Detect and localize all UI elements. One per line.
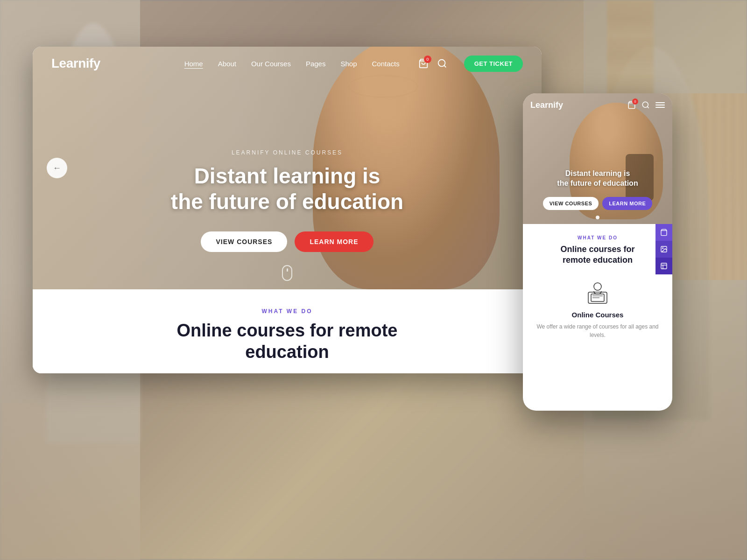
get-ticket-button[interactable]: GET TICKET xyxy=(464,56,523,72)
svg-point-4 xyxy=(642,102,648,108)
desktop-hero: Learnify Home About Our Courses Pages Sh… xyxy=(33,47,542,289)
what-we-do-label: WHAT WE DO xyxy=(51,308,523,315)
hamburger-line-1 xyxy=(655,102,665,103)
mobile-cart-button[interactable]: 0 xyxy=(627,101,636,110)
svg-point-1 xyxy=(438,60,445,67)
mobile-search-icon xyxy=(641,101,650,109)
desktop-navbar: Learnify Home About Our Courses Pages Sh… xyxy=(33,47,542,80)
nav-link-pages[interactable]: Pages xyxy=(306,60,326,68)
mobile-view-courses-button[interactable]: VIEW COURSES xyxy=(543,197,599,210)
mobile-menu-button[interactable] xyxy=(655,102,665,108)
learn-more-button[interactable]: LEARN MORE xyxy=(295,231,373,252)
nav-link-contacts[interactable]: Contacts xyxy=(372,60,400,68)
what-we-do-section: WHAT WE DO Online courses for remoteeduc… xyxy=(33,289,542,373)
svg-rect-14 xyxy=(661,263,667,269)
mobile-side-image-icon xyxy=(660,245,668,253)
desktop-mockup: Learnify Home About Our Courses Pages Sh… xyxy=(33,47,542,373)
mobile-navbar: Learnify 0 xyxy=(523,93,672,117)
cart-button[interactable]: 0 xyxy=(418,58,429,69)
online-courses-icon xyxy=(585,278,611,304)
mobile-hero-buttons: VIEW COURSES LEARN MORE xyxy=(530,197,665,210)
mobile-side-layout-button[interactable] xyxy=(655,258,672,274)
nav-link-courses[interactable]: Our Courses xyxy=(251,60,291,68)
hero-prev-button[interactable]: ← xyxy=(47,158,67,178)
svg-point-8 xyxy=(594,283,601,290)
mobile-side-icons xyxy=(655,224,672,274)
nav-link-home[interactable]: Home xyxy=(184,60,203,68)
hamburger-line-3 xyxy=(655,107,665,108)
mobile-course-icon-container xyxy=(584,277,612,305)
mobile-course-name: Online Courses xyxy=(532,311,663,319)
chevron-left-icon: ← xyxy=(53,163,61,173)
search-button[interactable] xyxy=(437,58,447,69)
svg-line-2 xyxy=(444,65,446,67)
nav-icons: 0 GET TICKET xyxy=(418,56,523,72)
svg-point-13 xyxy=(662,248,663,249)
hero-content: LEARNIFY ONLINE COURSES Distant learning… xyxy=(147,149,427,252)
mobile-mockup: Learnify 0 xyxy=(523,93,672,411)
search-icon xyxy=(437,58,447,69)
mobile-wwd-title: Online courses forremote education xyxy=(532,244,663,266)
mobile-wwd-label: WHAT WE DO xyxy=(532,235,663,240)
mouse-scroll-dot xyxy=(287,268,288,272)
mobile-nav-icons: 0 xyxy=(627,101,665,110)
mobile-side-cart-button[interactable] xyxy=(655,224,672,241)
hero-title: Distant learning isthe future of educati… xyxy=(147,163,427,215)
mobile-nav-logo: Learnify xyxy=(530,100,563,110)
nav-link-about[interactable]: About xyxy=(218,60,236,68)
what-we-do-title: Online courses for remoteeducation xyxy=(51,320,523,363)
mobile-learn-more-button[interactable]: LEARN MORE xyxy=(602,197,652,210)
mobile-hero-content: Distant learning isthe future of educati… xyxy=(523,169,672,210)
mobile-side-image-button[interactable] xyxy=(655,241,672,258)
scroll-mouse-icon xyxy=(282,265,292,281)
view-courses-button[interactable]: VIEW COURSES xyxy=(201,231,287,252)
cart-badge: 0 xyxy=(424,56,431,63)
mobile-carousel-dot xyxy=(596,216,599,219)
mobile-hero-title: Distant learning isthe future of educati… xyxy=(530,169,665,189)
mobile-cart-badge: 0 xyxy=(632,98,638,105)
mobile-side-layout-icon xyxy=(660,262,668,270)
mobile-search-button[interactable] xyxy=(641,101,650,110)
nav-links: Home About Our Courses Pages Shop Contac… xyxy=(184,60,400,68)
mobile-side-cart-icon xyxy=(660,229,668,236)
hero-subtitle: LEARNIFY ONLINE COURSES xyxy=(147,149,427,156)
svg-line-5 xyxy=(647,107,648,108)
nav-logo: Learnify xyxy=(51,56,100,71)
mobile-course-description: We offer a wide range of courses for all… xyxy=(532,322,663,339)
hamburger-line-2 xyxy=(655,105,665,105)
nav-link-shop[interactable]: Shop xyxy=(340,60,357,68)
mobile-what-we-do-section: WHAT WE DO Online courses forremote educ… xyxy=(523,224,672,350)
mobile-hero: Learnify 0 xyxy=(523,93,672,224)
hero-buttons: VIEW COURSES LEARN MORE xyxy=(147,231,427,252)
